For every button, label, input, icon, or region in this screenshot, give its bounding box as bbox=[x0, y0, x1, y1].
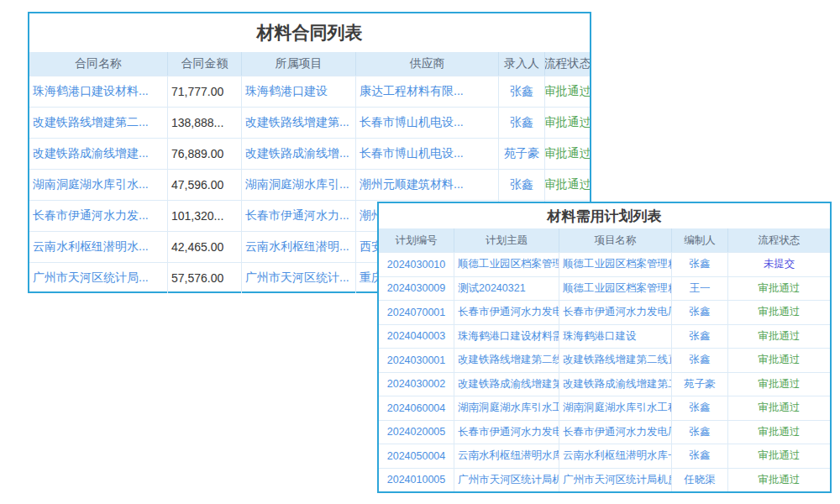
table-row: 2024050004云南水利枢纽潜明水库...云南水利枢纽潜明水库一...张鑫审… bbox=[379, 444, 830, 468]
cell-project[interactable]: 珠海鹤港口建设 bbox=[242, 76, 356, 107]
cell-status[interactable]: 审批通过 bbox=[728, 277, 830, 301]
cell-project[interactable]: 云南水利枢纽潜明... bbox=[242, 232, 356, 262]
cell-person: 张鑫 bbox=[499, 170, 545, 200]
cell-person: 张鑫 bbox=[672, 253, 728, 276]
cell-person: 王一 bbox=[672, 277, 728, 301]
column-header-no: 计划编号 bbox=[379, 228, 454, 252]
cell-person: 张鑫 bbox=[672, 301, 728, 324]
cell-no[interactable]: 2024040003 bbox=[379, 325, 454, 349]
cell-amount: 76,889.00 bbox=[168, 139, 242, 169]
cell-status[interactable]: 审批通过 bbox=[728, 373, 830, 396]
column-header-project: 项目名称 bbox=[559, 228, 672, 252]
cell-status[interactable]: 审批通过 bbox=[545, 139, 590, 169]
cell-project[interactable]: 湖南洞庭湖水库引... bbox=[242, 170, 356, 200]
cell-amount: 47,596.00 bbox=[168, 170, 242, 200]
cell-person: 张鑫 bbox=[672, 349, 728, 372]
cell-project[interactable]: 湖南洞庭湖水库引水工程... bbox=[559, 396, 672, 420]
cell-supplier[interactable]: 潮州元顺建筑材料... bbox=[356, 170, 499, 200]
cell-project[interactable]: 顺德工业园区档案管理精... bbox=[559, 253, 672, 276]
cell-status[interactable]: 审批通过 bbox=[728, 396, 830, 420]
cell-person: 张鑫 bbox=[499, 76, 545, 107]
cell-name[interactable]: 改建铁路线增建第二... bbox=[29, 108, 168, 138]
cell-project[interactable]: 长春市伊通河水力发电厂... bbox=[559, 421, 672, 444]
table-row: 2024070001长春市伊通河水力发电...长春市伊通河水力发电厂...张鑫审… bbox=[379, 300, 830, 324]
cell-project[interactable]: 长春市伊通河水力... bbox=[242, 201, 356, 231]
cell-name[interactable]: 云南水利枢纽潜明水... bbox=[29, 232, 168, 262]
cell-status[interactable]: 审批通过 bbox=[545, 108, 590, 138]
cell-no[interactable]: 2024030002 bbox=[379, 373, 454, 396]
cell-subject[interactable]: 测试20240321 bbox=[454, 277, 559, 301]
cell-status[interactable]: 未提交 bbox=[728, 253, 830, 276]
cell-subject[interactable]: 珠海鹤港口建设材料需... bbox=[454, 325, 559, 349]
table-row: 2024030010顺德工业园区档案管理...顺德工业园区档案管理精...张鑫未… bbox=[379, 252, 830, 276]
cell-status[interactable]: 审批通过 bbox=[545, 170, 590, 200]
cell-no[interactable]: 2024070001 bbox=[379, 301, 454, 324]
column-header-supplier: 供应商 bbox=[356, 52, 499, 76]
table-row: 2024030001改建铁路线增建第二线...改建铁路线增建第二线直...张鑫审… bbox=[379, 348, 830, 372]
cell-project[interactable]: 广州市天河区统计局机房... bbox=[559, 469, 672, 492]
cell-supplier[interactable]: 长春市博山机电设... bbox=[356, 108, 499, 138]
table-row: 2024030002改建铁路成渝线增建第...改建铁路成渝线增建第二...苑子豪… bbox=[379, 372, 830, 396]
column-header-name: 合同名称 bbox=[29, 52, 168, 76]
cell-subject[interactable]: 改建铁路成渝线增建第... bbox=[454, 373, 559, 396]
cell-project[interactable]: 广州市天河区统计... bbox=[242, 263, 356, 293]
table-row: 2024030009测试20240321顺德工业园区档案管理精...王一审批通过 bbox=[379, 276, 830, 301]
cell-no[interactable]: 2024030001 bbox=[379, 349, 454, 372]
cell-project[interactable]: 改建铁路成渝线增... bbox=[242, 139, 356, 169]
cell-supplier[interactable]: 康达工程材料有限... bbox=[356, 76, 499, 107]
cell-no[interactable]: 2024020005 bbox=[379, 421, 454, 444]
cell-no[interactable]: 2024060004 bbox=[379, 396, 454, 420]
cell-amount: 101,320... bbox=[168, 201, 242, 231]
cell-person: 张鑫 bbox=[499, 108, 545, 138]
cell-status[interactable]: 审批通过 bbox=[545, 76, 590, 107]
cell-person: 任晓渠 bbox=[672, 469, 728, 492]
cell-status[interactable]: 审批通过 bbox=[728, 301, 830, 324]
cell-subject[interactable]: 广州市天河区统计局机... bbox=[454, 469, 559, 492]
cell-name[interactable]: 湖南洞庭湖水库引水... bbox=[29, 170, 168, 200]
cell-person: 张鑫 bbox=[672, 325, 728, 349]
cell-person: 张鑫 bbox=[672, 421, 728, 444]
cell-subject[interactable]: 云南水利枢纽潜明水库... bbox=[454, 444, 559, 468]
cell-subject[interactable]: 湖南洞庭湖水库引水工... bbox=[454, 396, 559, 420]
cell-supplier[interactable]: 长春市博山机电设... bbox=[356, 139, 499, 169]
cell-subject[interactable]: 长春市伊通河水力发电... bbox=[454, 421, 559, 444]
plan-list-title: 材料需用计划列表 bbox=[379, 203, 830, 228]
cell-project[interactable]: 长春市伊通河水力发电厂... bbox=[559, 301, 672, 324]
cell-status[interactable]: 审批通过 bbox=[728, 444, 830, 468]
cell-subject[interactable]: 顺德工业园区档案管理... bbox=[454, 253, 559, 276]
cell-project[interactable]: 改建铁路线增建第... bbox=[242, 108, 356, 138]
cell-project[interactable]: 改建铁路线增建第二线直... bbox=[559, 349, 672, 372]
column-header-amount: 合同金额 bbox=[168, 52, 242, 76]
plan-table-body: 2024030010顺德工业园区档案管理...顺德工业园区档案管理精...张鑫未… bbox=[379, 252, 830, 491]
cell-no[interactable]: 2024010005 bbox=[379, 469, 454, 492]
cell-status[interactable]: 审批通过 bbox=[728, 349, 830, 372]
cell-amount: 42,465.00 bbox=[168, 232, 242, 262]
column-header-person: 编制人 bbox=[672, 228, 728, 252]
cell-no[interactable]: 2024030009 bbox=[379, 277, 454, 301]
cell-project[interactable]: 云南水利枢纽潜明水库一... bbox=[559, 444, 672, 468]
table-row: 2024040003珠海鹤港口建设材料需...珠海鹤港口建设张鑫审批通过 bbox=[379, 324, 830, 349]
cell-status[interactable]: 审批通过 bbox=[728, 421, 830, 444]
cell-name[interactable]: 广州市天河区统计局... bbox=[29, 263, 168, 293]
cell-name[interactable]: 改建铁路成渝线增建... bbox=[29, 139, 168, 169]
cell-no[interactable]: 2024050004 bbox=[379, 444, 454, 468]
plan-table-header-row: 计划编号计划主题项目名称编制人流程状态 bbox=[379, 228, 830, 252]
cell-project[interactable]: 改建铁路成渝线增建第二... bbox=[559, 373, 672, 396]
cell-project[interactable]: 顺德工业园区档案管理精... bbox=[559, 277, 672, 301]
material-plan-list-panel: 材料需用计划列表 计划编号计划主题项目名称编制人流程状态 2024030010顺… bbox=[377, 202, 832, 493]
cell-amount: 57,576.00 bbox=[168, 263, 242, 293]
cell-status[interactable]: 审批通过 bbox=[728, 325, 830, 349]
column-header-subject: 计划主题 bbox=[454, 228, 559, 252]
table-row: 改建铁路成渝线增建...76,889.00改建铁路成渝线增...长春市博山机电设… bbox=[29, 138, 590, 169]
table-row: 湖南洞庭湖水库引水...47,596.00湖南洞庭湖水库引...潮州元顺建筑材料… bbox=[29, 169, 590, 200]
cell-subject[interactable]: 长春市伊通河水力发电... bbox=[454, 301, 559, 324]
cell-name[interactable]: 长春市伊通河水力发... bbox=[29, 201, 168, 231]
cell-no[interactable]: 2024030010 bbox=[379, 253, 454, 276]
table-row: 珠海鹤港口建设材料...71,777.00珠海鹤港口建设康达工程材料有限...张… bbox=[29, 76, 590, 107]
cell-name[interactable]: 珠海鹤港口建设材料... bbox=[29, 76, 168, 107]
cell-amount: 71,777.00 bbox=[168, 76, 242, 107]
cell-subject[interactable]: 改建铁路线增建第二线... bbox=[454, 349, 559, 372]
cell-project[interactable]: 珠海鹤港口建设 bbox=[559, 325, 672, 349]
cell-person: 张鑫 bbox=[672, 396, 728, 420]
cell-status[interactable]: 审批通过 bbox=[728, 469, 830, 492]
